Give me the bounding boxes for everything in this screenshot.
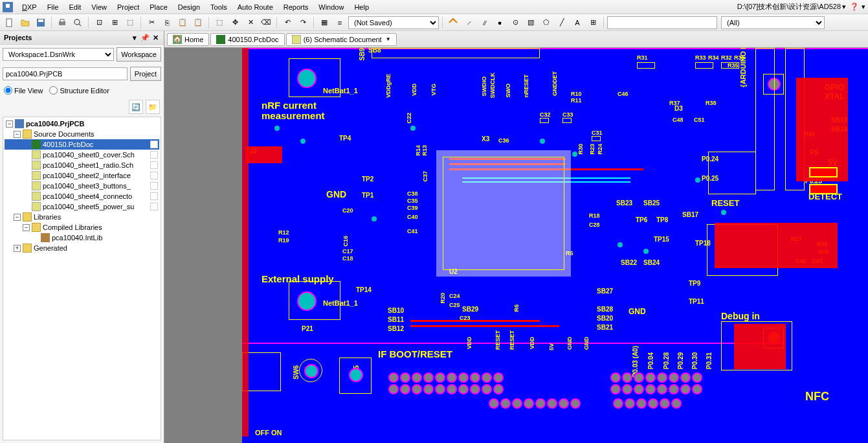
zoom-fit-icon[interactable]: ⊡ [92,16,106,30]
tab-schematic[interactable]: (6) Schematic Document▼ [286,33,397,46]
file-view-radio[interactable]: File View [4,86,43,95]
via-icon[interactable]: ● [493,16,507,30]
settings-icon[interactable]: 📁 [146,100,160,114]
refresh-icon[interactable]: 🔄 [129,100,143,114]
main-toolbar: ⊡ ⊞ ⬚ ✂ ⎘ 📋 📋 ⬚ ✥ ✕ ⌫ ↶ ↷ ▦ ≡ (Not Saved… [0,14,868,31]
ref-sb24: SB24 [643,259,660,266]
deselect-icon[interactable]: ✕ [243,16,258,30]
ref-tp8: TP8 [656,216,668,223]
project-button[interactable]: Project [130,67,161,81]
ref-r10: R10 [571,91,582,97]
sig-reset2: RESET [509,330,515,350]
tree-sheet4[interactable]: pca10040_sheet4_connecto [5,191,159,201]
sig-vdd2: VDD [466,337,473,349]
cut-icon[interactable]: ✂ [144,16,159,30]
tree-project-root[interactable]: −pca10040.PrjPCB [5,119,159,129]
tree-sheet1[interactable]: pca10040_sheet1_radio.Sch [5,160,159,170]
panel-pin-icon[interactable]: 📌 [140,33,150,42]
polygon-icon[interactable]: ⬠ [539,16,553,30]
line-icon[interactable]: ╱ [555,16,569,30]
layers-icon[interactable]: ≡ [333,16,347,30]
pad-5v [809,167,838,177]
tree-sheet0[interactable]: pca10040_sheet0_cover.Sch [5,150,159,160]
breadcrumb-dropdown-icon[interactable]: ▾ [842,3,846,11]
panel-menu-icon[interactable]: ▾ [130,33,139,42]
ref-r14: R14 [415,145,421,156]
undo-icon[interactable]: ↶ [280,16,295,30]
help-icon[interactable]: ❓ [850,3,859,11]
paste-icon[interactable]: 📋 [175,16,190,30]
preview-icon[interactable] [71,16,85,30]
silk-debug-in: Debug in [721,311,760,321]
ref-sb9: SB9 [359,48,366,60]
panel-close-icon[interactable]: ✕ [151,33,160,42]
pad-icon[interactable]: ⊙ [508,16,522,30]
string-icon[interactable]: A [570,16,584,30]
ref-sb17: SB17 [682,211,698,218]
tree-source-documents[interactable]: −Source Documents [5,129,159,139]
menu-edit[interactable]: Edit [63,1,86,13]
grid-icon[interactable]: ▦ [317,16,331,30]
save-icon[interactable] [34,16,48,30]
array-icon[interactable]: ⊞ [586,16,600,30]
menu-help[interactable]: Help [349,1,374,13]
doc-status-icon [150,172,158,179]
interactive-route-icon[interactable]: ⟋ [462,16,476,30]
chevron-down-icon[interactable]: ▾ [862,3,865,11]
tab-home[interactable]: 🏠Home [167,33,209,46]
workspace-select[interactable]: Workspace1.DsnWrk [3,48,114,61]
select-icon[interactable]: ⬚ [212,16,227,30]
project-input[interactable] [3,67,128,80]
workspace-button[interactable]: Workspace [117,47,161,62]
zoom-select-icon[interactable]: ⬚ [123,16,137,30]
copy-icon[interactable]: ⎘ [160,16,174,30]
clear-icon[interactable]: ⌫ [259,16,273,30]
fill-icon[interactable]: ▧ [524,16,538,30]
tree-sheet5[interactable]: pca10040_sheet5_power_su [5,201,159,212]
open-icon[interactable] [18,16,32,30]
new-doc-icon[interactable] [3,16,17,30]
tree-generated[interactable]: +Generated [5,243,159,253]
comp-u2-outline [443,157,564,270]
menu-file[interactable]: File [42,1,64,13]
structure-editor-radio[interactable]: Structure Editor [49,86,109,95]
tab-pcbdoc[interactable]: 400150.PcbDoc [210,33,284,46]
tree-libraries[interactable]: −Libraries [5,212,159,222]
project-tree[interactable]: −pca10040.PrjPCB −Source Documents 40015… [3,117,161,440]
menu-reports[interactable]: Reports [278,1,314,13]
ref-c20: C20 [342,207,353,214]
menu-tools[interactable]: Tools [205,1,232,13]
tree-compiled-libs[interactable]: −Compiled Libraries [5,222,159,233]
menu-autoroute[interactable]: Auto Route [232,1,278,13]
menu-design[interactable]: Design [173,1,205,13]
tree-sheet2[interactable]: pca10040_sheet2_interface [5,170,159,181]
svg-line-6 [79,24,81,26]
menu-project[interactable]: Project [112,1,144,13]
filter-scope-select[interactable]: (All) [721,16,825,29]
ref-c32: C32 [540,111,551,118]
menu-dxp[interactable]: DXP [17,1,42,13]
component-filter-input[interactable] [607,16,717,29]
copper-pour-debug [734,324,786,369]
panel-title: Projects [4,34,32,41]
redo-icon[interactable]: ↷ [296,16,310,30]
print-icon[interactable] [55,16,69,30]
tab-dropdown-icon[interactable]: ▼ [386,36,391,42]
route-icon[interactable] [446,16,460,30]
tree-intlib[interactable]: pca10040.IntLib [5,233,159,243]
tree-pcbdoc[interactable]: 400150.PcbDoc [5,139,159,150]
ref-tp11: TP11 [689,298,704,305]
paste-special-icon[interactable]: 📋 [191,16,205,30]
sig-swdio: SWDIO [481,76,487,97]
menu-view[interactable]: View [86,1,112,13]
pcb-canvas[interactable]: nRF current measurement External supply … [164,48,868,443]
zoom-area-icon[interactable]: ⊞ [107,16,122,30]
menu-place[interactable]: Place [144,1,173,13]
diff-pair-icon[interactable]: ⫽ [477,16,491,30]
menu-window[interactable]: Window [313,1,349,13]
silk-p029: P0.29 [677,352,684,369]
saved-views-select[interactable]: (Not Saved) [348,16,439,29]
move-icon[interactable]: ✥ [228,16,242,30]
ref-sb22: SB22 [621,259,637,266]
tree-sheet3[interactable]: pca10040_sheet3_buttons_ [5,181,159,191]
